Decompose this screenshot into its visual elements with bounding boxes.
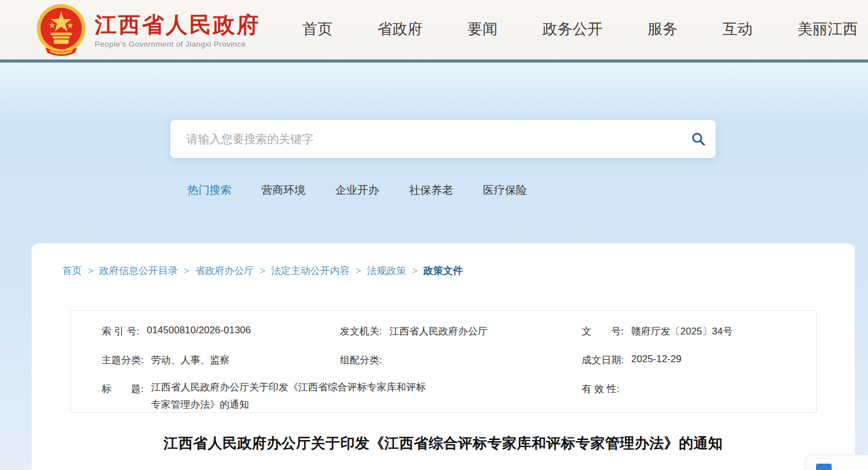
search-bar: [170, 120, 716, 158]
meta-date-value: 2025-12-29: [631, 354, 682, 365]
nav-item-interaction[interactable]: 互动: [723, 19, 753, 39]
meta-group-label: 组配分类:: [340, 354, 382, 367]
nav-item-beautiful-jiangxi[interactable]: 美丽江西: [798, 19, 858, 39]
breadcrumb-separator: >: [184, 265, 189, 277]
main-nav: 首页 省政府 要闻 政务公开 服务 互动 美丽江西: [302, 0, 858, 58]
hot-search-item-business-env[interactable]: 营商环境: [261, 183, 305, 198]
breadcrumb-separator: >: [412, 265, 418, 277]
nav-item-home[interactable]: 首页: [302, 19, 332, 39]
meta-group-category: 组配分类:: [340, 354, 582, 367]
breadcrumb-regulations[interactable]: 法规政策: [367, 264, 406, 277]
breadcrumb-statutory-content[interactable]: 法定主动公开内容: [271, 264, 350, 277]
meta-index-label: 索 引 号:: [102, 325, 139, 338]
meta-topic-value: 劳动、人事、监察: [151, 354, 230, 367]
meta-issuer-value: 江西省人民政府办公厅: [390, 325, 488, 338]
site-logo[interactable]: 江西省人民政府 People's Government of Jiangxi P…: [35, 3, 260, 57]
breadcrumb-general-office[interactable]: 省政府办公厅: [195, 264, 254, 277]
meta-title-label: 标 题:: [102, 382, 144, 396]
meta-title-value: 江西省人民政府办公厅关于印发《江西省综合评标专家库和评标专家管理办法》的通知: [151, 379, 435, 413]
breadcrumb-separator: >: [88, 265, 93, 277]
hot-search-item-start-business[interactable]: 企业开办: [335, 183, 379, 198]
meta-issue-date: 成文日期: 2025-12-29: [582, 354, 816, 367]
search-button[interactable]: [681, 120, 716, 158]
breadcrumb-home[interactable]: 首页: [62, 264, 82, 277]
hot-search-item-social-security[interactable]: 社保养老: [409, 183, 453, 198]
meta-document-title: 标 题: 江西省人民政府办公厅关于印发《江西省综合评标专家库和评标专家管理办法》…: [102, 382, 582, 413]
site-title-block: 江西省人民政府 People's Government of Jiangxi P…: [95, 12, 260, 49]
nav-item-provincial-gov[interactable]: 省政府: [377, 19, 422, 39]
nav-item-services[interactable]: 服务: [648, 19, 678, 39]
floating-widget-icon: [816, 464, 832, 470]
meta-topic-label: 主题分类:: [102, 354, 144, 367]
nav-item-news[interactable]: 要闻: [467, 19, 497, 39]
meta-index-value: 014500810/2026-01306: [147, 325, 251, 336]
site-subtitle: People's Government of Jiangxi Province: [95, 40, 260, 48]
document-meta-table: 索 引 号: 014500810/2026-01306 发文机关: 江西省人民政…: [70, 310, 817, 413]
meta-document-number: 文 号: 赣府厅发〔2025〕34号: [582, 325, 816, 338]
nav-item-gov-affairs[interactable]: 政务公开: [542, 19, 603, 39]
breadcrumb-separator: >: [356, 265, 361, 277]
meta-date-label: 成文日期:: [582, 354, 624, 367]
meta-validity: 有 效 性:: [582, 382, 816, 413]
breadcrumb: 首页 > 政府信息公开目录 > 省政府办公厅 > 法定主动公开内容 > 法规政策…: [62, 264, 463, 277]
national-emblem-icon: [35, 3, 88, 57]
breadcrumb-info-directory[interactable]: 政府信息公开目录: [99, 264, 178, 277]
meta-validity-label: 有 效 性:: [582, 382, 619, 396]
hot-search-label[interactable]: 热门搜索: [188, 183, 231, 198]
meta-number-value: 赣府厅发〔2025〕34号: [631, 325, 733, 338]
meta-number-label: 文 号:: [582, 325, 624, 338]
content-card: 首页 > 政府信息公开目录 > 省政府办公厅 > 法定主动公开内容 > 法规政策…: [32, 243, 855, 470]
floating-widget[interactable]: [805, 454, 868, 470]
article-title: 江西省人民政府办公厅关于印发《江西省综合评标专家库和评标专家管理办法》的通知: [32, 434, 855, 453]
site-header: 江西省人民政府 People's Government of Jiangxi P…: [0, 0, 868, 59]
meta-index-number: 索 引 号: 014500810/2026-01306: [102, 325, 340, 338]
breadcrumb-policy-documents: 政策文件: [424, 264, 463, 277]
search-icon: [691, 131, 706, 146]
meta-topic-category: 主题分类: 劳动、人事、监察: [102, 354, 340, 367]
meta-issuing-agency: 发文机关: 江西省人民政府办公厅: [340, 325, 582, 338]
hot-search-row: 热门搜索 营商环境 企业开办 社保养老 医疗保险: [188, 183, 527, 198]
site-name: 江西省人民政府: [95, 12, 260, 39]
search-input[interactable]: [170, 120, 681, 158]
document-meta-grid: 索 引 号: 014500810/2026-01306 发文机关: 江西省人民政…: [102, 325, 816, 413]
breadcrumb-separator: >: [260, 265, 265, 277]
page: 江西省人民政府 People's Government of Jiangxi P…: [0, 0, 868, 470]
hot-search-item-medical-insurance[interactable]: 医疗保险: [483, 183, 527, 198]
meta-issuer-label: 发文机关:: [340, 325, 382, 338]
